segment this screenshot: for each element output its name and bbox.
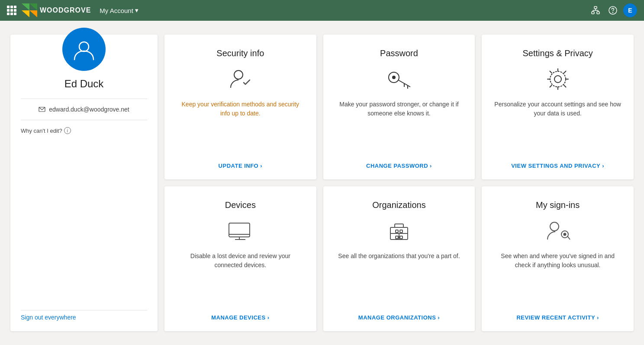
card-icon-password	[385, 65, 413, 93]
header-icons: E	[589, 3, 637, 17]
card-title-security-info: Security info	[216, 48, 264, 58]
card-devices: Devices Disable a lost device and review…	[164, 186, 316, 331]
org-chart-icon[interactable]	[589, 3, 602, 17]
logo: WOODGROVE	[22, 3, 91, 17]
card-title-organizations: Organizations	[372, 200, 425, 210]
svg-point-21	[554, 76, 561, 83]
profile-name: Ed Duck	[64, 78, 104, 90]
card-link-organizations[interactable]: MANAGE ORGANIZATIONS ›	[358, 314, 440, 321]
card-title-settings-privacy: Settings & Privacy	[523, 48, 593, 58]
user-avatar-button[interactable]: E	[623, 3, 637, 17]
svg-point-15	[234, 70, 243, 79]
email-icon	[39, 107, 45, 112]
svg-marker-2	[22, 10, 29, 17]
card-settings-privacy: Settings & Privacy Personalize your acco…	[482, 35, 634, 179]
main-content: Ed Duck edward.duck@woodgrove.net Why ca…	[0, 21, 644, 345]
svg-point-35	[550, 222, 559, 231]
help-icon[interactable]	[606, 3, 620, 17]
svg-marker-1	[29, 3, 37, 10]
account-menu-label: My Account	[100, 7, 133, 14]
card-title-devices: Devices	[225, 200, 256, 210]
app-header: WOODGROVE My Account ▾ E	[0, 0, 644, 21]
card-link-devices[interactable]: MANAGE DEVICES ›	[211, 314, 269, 321]
card-link-security-info[interactable]: UPDATE INFO ›	[219, 163, 263, 169]
svg-rect-5	[592, 12, 594, 14]
info-icon: i	[64, 127, 71, 134]
card-icon-settings-privacy	[544, 65, 572, 93]
card-link-arrow: ›	[267, 314, 270, 321]
svg-rect-31	[396, 230, 398, 233]
card-my-sign-ins: My sign-ins See when and where you've si…	[482, 186, 634, 331]
card-link-arrow: ›	[602, 163, 604, 169]
svg-rect-23	[229, 223, 250, 237]
card-link-arrow: ›	[438, 314, 440, 321]
svg-rect-32	[400, 230, 402, 233]
card-link-my-sign-ins[interactable]: REVIEW RECENT ACTIVITY ›	[516, 314, 599, 321]
svg-line-38	[567, 236, 570, 240]
card-security-info: Security info Keep your verification met…	[164, 35, 316, 179]
account-menu[interactable]: My Account ▾	[100, 6, 138, 14]
edit-note: Why can't I edit? i	[21, 127, 71, 134]
card-desc-organizations: See all the organizations that you're a …	[338, 252, 460, 307]
sign-out-link[interactable]: Sign out everywhere	[21, 310, 147, 321]
card-organizations: Organizations See all the organizations …	[323, 186, 475, 331]
svg-rect-4	[594, 6, 597, 9]
svg-marker-3	[29, 10, 37, 17]
svg-marker-0	[22, 3, 29, 10]
card-desc-settings-privacy: Personalize your account settings and se…	[494, 100, 621, 156]
card-title-password: Password	[380, 48, 418, 58]
cards-grid: Security info Keep your verification met…	[164, 35, 634, 331]
card-link-arrow: ›	[430, 163, 432, 169]
svg-rect-34	[400, 236, 402, 239]
card-icon-devices	[226, 217, 254, 245]
card-desc-security-info: Keep your verification methods and secur…	[177, 100, 304, 156]
logo-text: WOODGROVE	[40, 6, 91, 14]
card-icon-organizations	[385, 217, 413, 245]
card-link-arrow: ›	[260, 163, 262, 169]
profile-email: edward.duck@woodgrove.net	[39, 106, 129, 113]
card-title-my-sign-ins: My sign-ins	[536, 200, 580, 210]
card-icon-security-info	[226, 65, 254, 93]
card-desc-my-sign-ins: See when and where you've signed in and …	[494, 252, 621, 307]
profile-bottom: Sign out everywhere	[21, 303, 147, 331]
svg-rect-33	[396, 236, 398, 239]
card-link-arrow: ›	[597, 314, 599, 321]
svg-rect-6	[597, 12, 599, 14]
svg-point-12	[613, 13, 613, 13]
card-icon-my-sign-ins	[544, 217, 572, 245]
card-link-settings-privacy[interactable]: VIEW SETTINGS AND PRIVACY ›	[511, 163, 604, 169]
svg-point-17	[393, 76, 395, 79]
app-grid-icon[interactable]	[7, 6, 16, 15]
svg-point-22	[550, 71, 566, 87]
card-password: Password Make your password stronger, or…	[323, 35, 475, 179]
card-desc-devices: Disable a lost device and review your co…	[177, 252, 304, 307]
svg-point-13	[79, 42, 89, 51]
avatar	[62, 28, 106, 71]
card-desc-password: Make your password stronger, or change i…	[335, 100, 463, 156]
chevron-down-icon: ▾	[135, 6, 138, 14]
profile-divider-mid	[21, 120, 147, 120]
card-link-password[interactable]: CHANGE PASSWORD ›	[366, 163, 432, 169]
svg-point-37	[564, 233, 566, 236]
profile-card: Ed Duck edward.duck@woodgrove.net Why ca…	[10, 35, 158, 331]
profile-divider-top	[21, 99, 147, 99]
